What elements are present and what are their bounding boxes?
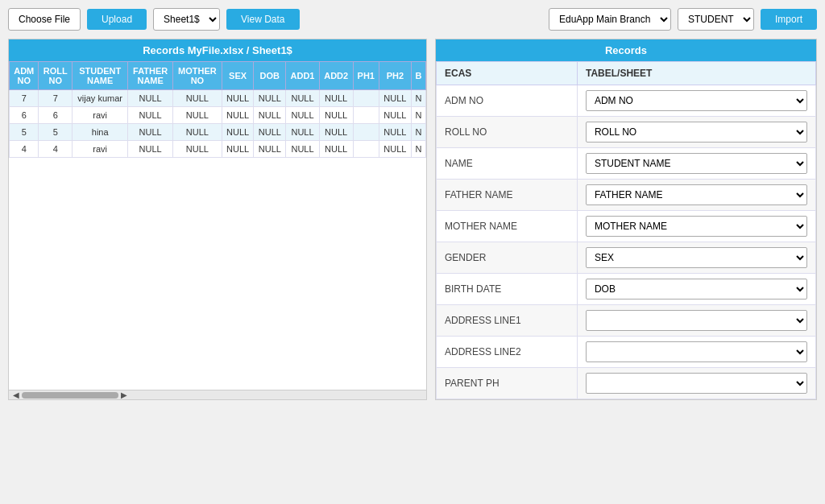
table-cell: NULL [319,124,353,141]
table-cell: NULL [319,141,353,158]
table-cell: NULL [379,107,412,124]
col-add1: ADD1 [286,62,320,90]
table-cell: NULL [222,124,254,141]
table-cell: NULL [286,141,320,158]
list-item: GENDERADM NOROLL NOSTUDENT NAMEFATHER NA… [437,242,816,274]
mapping-select[interactable]: ADM NOROLL NOSTUDENT NAMEFATHER NAMEMOTH… [586,184,807,205]
col-sheet-header: TABEL/SHEET [577,62,815,85]
table-cell: NULL [222,90,254,107]
table-cell: 4 [39,141,73,158]
table-cell: hina [73,124,128,141]
left-panel: Records MyFile.xlsx / Sheet1$ ADMNO ROLL… [8,39,427,400]
sheet-select[interactable]: Sheet1$ Sheet2$ Sheet3$ [153,8,220,31]
table-cell: 5 [39,124,73,141]
sheet-mapping-cell: ADM NOROLL NOSTUDENT NAMEFATHER NAMEMOTH… [577,274,815,305]
ecas-label: MOTHER NAME [437,211,578,242]
import-button[interactable]: Import [761,9,817,30]
main-content: Records MyFile.xlsx / Sheet1$ ADMNO ROLL… [8,39,817,400]
col-father: FATHERNAME [128,62,173,90]
ecas-label: NAME [437,148,578,180]
view-data-button[interactable]: View Data [226,9,299,30]
module-select[interactable]: STUDENT STAFF FEES [678,8,754,31]
records-table-wrapper[interactable]: ECAS TABEL/SHEET ADM NOADM NOROLL NOSTUD… [436,61,816,399]
list-item: ROLL NOADM NOROLL NOSTUDENT NAMEFATHER N… [437,117,816,148]
sheet-mapping-cell: ADM NOROLL NOSTUDENT NAMEFATHER NAMEMOTH… [577,368,815,399]
mapping-select[interactable]: ADM NOROLL NOSTUDENT NAMEFATHER NAMEMOTH… [586,247,807,268]
list-item: ADM NOADM NOROLL NOSTUDENT NAMEFATHER NA… [437,85,816,117]
right-panel-header: Records [436,39,816,61]
table-cell: NULL [222,107,254,124]
mapping-select[interactable]: ADM NOROLL NOSTUDENT NAMEFATHER NAMEMOTH… [586,310,807,331]
scroll-thumb[interactable] [22,392,118,399]
table-cell: vijay kumar [73,90,128,107]
ecas-label: ADDRESS LINE2 [437,337,578,368]
table-cell: NULL [319,90,353,107]
left-panel-header: Records MyFile.xlsx / Sheet1$ [9,39,426,61]
table-row: 44raviNULLNULLNULLNULLNULLNULLNULLN [10,141,426,158]
horizontal-scrollbar[interactable]: ◀ ▶ [9,390,426,399]
ecas-label: ADDRESS LINE1 [437,305,578,337]
table-cell: NULL [379,124,412,141]
table-cell: NULL [128,90,173,107]
ecas-label: BIRTH DATE [437,274,578,305]
table-cell: 7 [39,90,73,107]
sheet-mapping-cell: ADM NOROLL NOSTUDENT NAMEFATHER NAMEMOTH… [577,85,815,117]
mapping-select[interactable]: ADM NOROLL NOSTUDENT NAMEFATHER NAMEMOTH… [586,122,807,143]
mapping-select[interactable]: ADM NOROLL NOSTUDENT NAMEFATHER NAMEMOTH… [586,279,807,300]
table-cell: NULL [286,124,320,141]
list-item: BIRTH DATEADM NOROLL NOSTUDENT NAMEFATHE… [437,274,816,305]
mapping-select[interactable]: ADM NOROLL NOSTUDENT NAMEFATHER NAMEMOTH… [586,90,807,111]
sheet-mapping-cell: ADM NOROLL NOSTUDENT NAMEFATHER NAMEMOTH… [577,148,815,180]
col-ph1: PH1 [353,62,379,90]
table-cell: ravi [73,107,128,124]
table-cell: NULL [319,107,353,124]
scroll-right-arrow[interactable]: ▶ [118,390,130,399]
table-cell: N [411,90,425,107]
table-cell: NULL [379,90,412,107]
table-cell: NULL [173,124,222,141]
mapping-select[interactable]: ADM NOROLL NOSTUDENT NAMEFATHER NAMEMOTH… [586,153,807,174]
col-roll: ROLLNO [39,62,73,90]
choose-file-button[interactable]: Choose File [8,8,81,31]
left-table-wrapper[interactable]: ADMNO ROLLNO STUDENTNAME FATHERNAME MOTH… [9,61,426,390]
list-item: ADDRESS LINE1ADM NOROLL NOSTUDENT NAMEFA… [437,305,816,337]
table-cell: 4 [10,141,39,158]
ecas-label: ROLL NO [437,117,578,148]
table-cell: NULL [173,90,222,107]
branch-select[interactable]: EduApp Main Branch Branch 2 [549,8,671,31]
col-student: STUDENTNAME [73,62,128,90]
table-cell: 7 [10,90,39,107]
list-item: NAMEADM NOROLL NOSTUDENT NAMEFATHER NAME… [437,148,816,180]
scroll-left-arrow[interactable]: ◀ [10,390,22,399]
table-cell: NULL [379,141,412,158]
table-cell: NULL [128,107,173,124]
table-cell: 6 [10,107,39,124]
right-panel: Records ECAS TABEL/SHEET ADM NOADM NOROL… [435,39,817,400]
col-adm: ADMNO [10,62,39,90]
sheet-mapping-cell: ADM NOROLL NOSTUDENT NAMEFATHER NAMEMOTH… [577,117,815,148]
table-cell: 6 [39,107,73,124]
table-cell: NULL [286,90,320,107]
mapping-select[interactable]: ADM NOROLL NOSTUDENT NAMEFATHER NAMEMOTH… [586,373,807,394]
list-item: PARENT PHADM NOROLL NOSTUDENT NAMEFATHER… [437,368,816,399]
mapping-select[interactable]: ADM NOROLL NOSTUDENT NAMEFATHER NAMEMOTH… [586,341,807,362]
table-cell [353,107,379,124]
col-mother: MOTHERNO [173,62,222,90]
sheet-mapping-cell: ADM NOROLL NOSTUDENT NAMEFATHER NAMEMOTH… [577,305,815,337]
table-cell: NULL [254,141,286,158]
table-cell: ravi [73,141,128,158]
table-cell: NULL [128,141,173,158]
col-sex: SEX [222,62,254,90]
ecas-label: PARENT PH [437,368,578,399]
ecas-label: ADM NO [437,85,578,117]
mapping-select[interactable]: ADM NOROLL NOSTUDENT NAMEFATHER NAMEMOTH… [586,216,807,237]
table-cell: NULL [222,141,254,158]
table-row: 66raviNULLNULLNULLNULLNULLNULLNULLN [10,107,426,124]
toolbar: Choose File Upload Sheet1$ Sheet2$ Sheet… [8,8,817,31]
sheet-mapping-cell: ADM NOROLL NOSTUDENT NAMEFATHER NAMEMOTH… [577,242,815,274]
col-ph2: PH2 [379,62,412,90]
table-cell: NULL [286,107,320,124]
upload-button[interactable]: Upload [87,9,147,30]
records-table: ECAS TABEL/SHEET ADM NOADM NOROLL NOSTUD… [436,61,816,399]
ecas-label: FATHER NAME [437,180,578,211]
